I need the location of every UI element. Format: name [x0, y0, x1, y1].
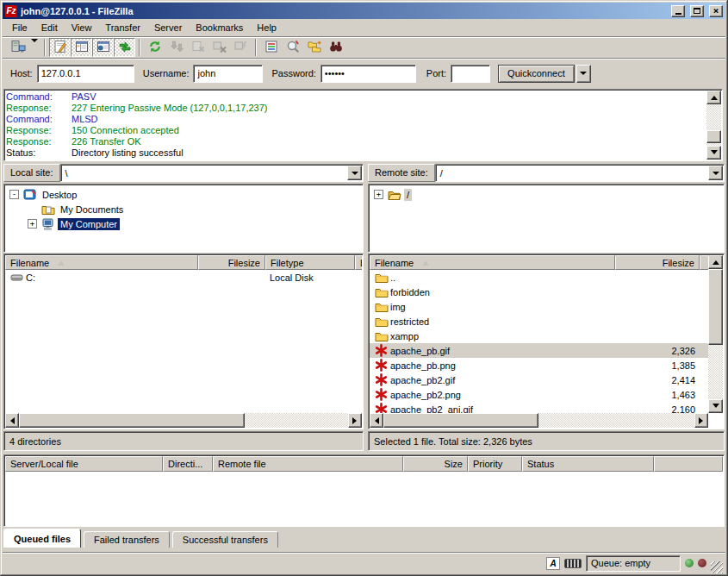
- menu-item-view[interactable]: View: [65, 20, 99, 35]
- tree-item-my-documents[interactable]: My Documents: [4, 202, 363, 216]
- cancel-operation-icon: [191, 40, 205, 55]
- expand-plus-icon[interactable]: +: [28, 219, 37, 229]
- port-label: Port:: [426, 68, 446, 78]
- local-file-row[interactable]: C:Local Disk: [5, 270, 362, 285]
- tree-item-label: My Computer: [58, 218, 120, 230]
- filename-text: apache_pb2.png: [390, 390, 461, 400]
- port-input[interactable]: [451, 65, 490, 83]
- minimize-button[interactable]: [671, 5, 685, 17]
- column-header-status[interactable]: Status: [522, 456, 654, 472]
- process-queue-button[interactable]: [165, 38, 187, 57]
- remote-file-row[interactable]: restricted: [370, 314, 708, 329]
- local-directory-tree: -DesktopMy Documents+My Computer: [3, 184, 364, 253]
- scroll-down-button[interactable]: [708, 399, 723, 413]
- column-header-filesize[interactable]: Filesize: [198, 255, 265, 270]
- filename-text: apache_pb2.gif: [390, 375, 455, 385]
- column-header-filename[interactable]: Filename: [5, 255, 198, 270]
- remote-file-row[interactable]: ..: [370, 270, 708, 285]
- column-header-filename[interactable]: Filename: [370, 255, 615, 270]
- column-header-filesize[interactable]: Filesize: [615, 255, 700, 270]
- title-bar[interactable]: Fz john@127.0.0.1 - FileZilla ×: [3, 3, 725, 19]
- remote-site-dropdown-button[interactable]: [708, 166, 723, 180]
- username-input[interactable]: [193, 65, 263, 83]
- scroll-up-button[interactable]: [708, 255, 723, 269]
- scroll-right-button[interactable]: [694, 413, 708, 428]
- column-header-size[interactable]: Size: [403, 456, 468, 472]
- tree-item-my-computer[interactable]: +My Computer: [4, 216, 363, 231]
- scroll-left-button[interactable]: [5, 413, 19, 428]
- remote-file-row[interactable]: img: [370, 299, 708, 314]
- scroll-down-button[interactable]: [706, 146, 721, 160]
- column-header-directi-[interactable]: Directi...: [163, 456, 213, 472]
- directory-comparison-icon: [286, 40, 300, 55]
- menu-item-edit[interactable]: Edit: [34, 20, 65, 35]
- tab-queued-files[interactable]: Queued files: [3, 529, 81, 548]
- toggle-queue-button[interactable]: [114, 38, 135, 57]
- scrollbar-thumb[interactable]: [706, 130, 721, 143]
- toggle-message-log-button[interactable]: [49, 38, 71, 57]
- local-site-combo[interactable]: \: [60, 164, 364, 182]
- local-site-dropdown-button[interactable]: [347, 166, 362, 180]
- scrollbar-thumb[interactable]: [708, 269, 723, 345]
- resize-grip[interactable]: [711, 561, 723, 573]
- image-file-icon: [374, 388, 389, 401]
- expand-plus-icon[interactable]: +: [374, 190, 383, 199]
- remote-file-row[interactable]: apache_pb2.png1,463: [370, 387, 708, 402]
- tab-failed-transfers[interactable]: Failed transfers: [84, 531, 170, 548]
- maximize-button[interactable]: [690, 5, 704, 17]
- quickconnect-button[interactable]: Quickconnect: [498, 65, 575, 83]
- scrollbar-thumb[interactable]: [383, 413, 538, 428]
- menu-item-help[interactable]: Help: [250, 20, 283, 35]
- close-button[interactable]: ×: [709, 5, 723, 17]
- column-header-priority[interactable]: Priority: [468, 456, 522, 472]
- directory-comparison-button[interactable]: [282, 38, 303, 57]
- toggle-remote-tree-button[interactable]: [92, 38, 114, 57]
- remote-site-combo[interactable]: /: [435, 164, 725, 182]
- host-input[interactable]: [37, 65, 134, 83]
- activity-led-green-icon: [685, 559, 694, 567]
- scrollbar-thumb[interactable]: [19, 413, 245, 428]
- transfer-type-indicator-icon[interactable]: A: [546, 557, 560, 570]
- menu-item-file[interactable]: File: [5, 20, 34, 35]
- tab-successful-transfers[interactable]: Successful transfers: [172, 531, 278, 548]
- local-hscrollbar[interactable]: [5, 413, 362, 428]
- scroll-right-button[interactable]: [348, 413, 362, 428]
- find-files-button[interactable]: [325, 38, 346, 57]
- filename-filters-icon: [264, 40, 278, 55]
- refresh-button[interactable]: [144, 38, 165, 57]
- column-header-l[interactable]: L: [355, 255, 362, 270]
- site-manager-button[interactable]: [7, 38, 28, 57]
- remote-file-row[interactable]: xampp: [370, 329, 708, 343]
- toggle-remote-tree-icon: [96, 40, 110, 55]
- toggle-local-tree-button[interactable]: [71, 38, 92, 57]
- disconnect-button[interactable]: [208, 38, 230, 57]
- menu-item-bookmarks[interactable]: Bookmarks: [189, 20, 250, 35]
- remote-hscrollbar[interactable]: [370, 413, 708, 428]
- speedlimit-indicator-icon[interactable]: [564, 559, 582, 568]
- remote-file-row[interactable]: apache_pb2.gif2,414: [370, 373, 708, 387]
- scroll-up-button[interactable]: [706, 91, 721, 104]
- remote-file-row[interactable]: forbidden: [370, 285, 708, 299]
- column-header-filetype[interactable]: Filetype: [265, 255, 355, 270]
- quickconnect-dropdown-button[interactable]: [576, 65, 591, 83]
- remote-status-text: Selected 1 file. Total size: 2,326 bytes: [368, 431, 725, 451]
- synchronized-browsing-button[interactable]: [303, 38, 325, 57]
- menu-item-transfer[interactable]: Transfer: [98, 20, 147, 35]
- menu-item-server[interactable]: Server: [147, 20, 189, 35]
- remote-file-row[interactable]: apache_pb.gif2,326: [370, 343, 708, 358]
- message-log-scrollbar[interactable]: [706, 91, 721, 160]
- remote-file-row[interactable]: apache_pb.png1,385: [370, 358, 708, 373]
- cancel-operation-button[interactable]: [187, 38, 208, 57]
- password-input[interactable]: [320, 65, 416, 83]
- filename-filters-button[interactable]: [260, 38, 282, 57]
- site-manager-dropdown-button[interactable]: [28, 38, 40, 57]
- tree-item-desktop[interactable]: -Desktop: [4, 187, 363, 202]
- remote-vscrollbar[interactable]: [708, 255, 723, 413]
- tree-item--[interactable]: +/: [369, 187, 724, 202]
- scroll-left-button[interactable]: [370, 413, 383, 428]
- collapse-minus-icon[interactable]: -: [9, 190, 19, 199]
- reconnect-button[interactable]: [230, 38, 252, 57]
- arrow-down-icon: [711, 150, 718, 158]
- column-header-server-local-file[interactable]: Server/Local file: [5, 456, 163, 472]
- column-header-remote-file[interactable]: Remote file: [213, 456, 403, 472]
